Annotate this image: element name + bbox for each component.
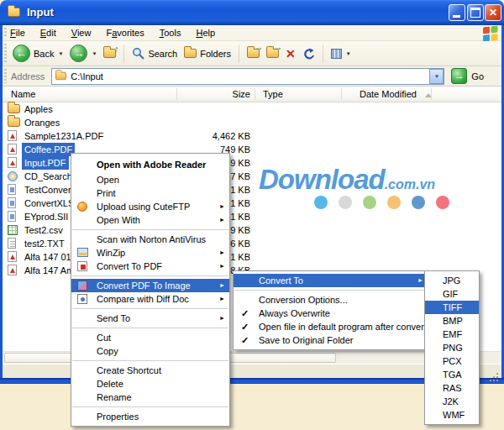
delete-button[interactable]: ✕: [282, 43, 299, 65]
menubar-item-favorites[interactable]: Favorites: [98, 25, 151, 41]
menu-item-winzip[interactable]: WinZip►: [71, 246, 229, 260]
address-folder-icon: [55, 72, 66, 80]
menu-item-cut[interactable]: Cut: [71, 331, 229, 344]
menubar-item-edit[interactable]: Edit: [33, 25, 64, 41]
back-button[interactable]: ← Back ▼: [9, 43, 66, 65]
file-name: Coffee.PDF: [22, 143, 75, 156]
move-to-button[interactable]: ↑: [244, 43, 263, 65]
maximize-button[interactable]: [467, 4, 484, 21]
format-submenu: JPGGIFTIFFBMPEMFPNGPCXTGARASJ2KWMF: [424, 270, 480, 425]
column-header-name[interactable]: Name: [11, 87, 35, 102]
watermark-dot: [387, 196, 401, 209]
column-header-type[interactable]: Type: [263, 87, 283, 102]
menu-item-label: Always Overwrite: [259, 308, 330, 318]
pdf-icon: [8, 265, 17, 275]
menubar-grip[interactable]: [4, 28, 7, 38]
menu-item-label: Convert To PDF: [97, 261, 162, 271]
menu-item-create-shortcut[interactable]: Create Shortcut: [71, 364, 229, 377]
submenu-arrow-icon: ►: [219, 279, 225, 292]
menu-separator: [234, 290, 427, 291]
close-button[interactable]: ✕: [485, 4, 501, 21]
menu-item-label: Upload using CuteFTP: [97, 202, 190, 212]
file-name: Sample1231A.PDF: [22, 129, 106, 143]
watermark: Download.com.vn: [259, 164, 435, 196]
menu-item-send-to[interactable]: Send To►: [71, 312, 229, 325]
menu-item-open[interactable]: Open: [71, 173, 229, 186]
watermark-suffix: .com.vn: [385, 177, 435, 191]
menu-separator: [72, 229, 228, 230]
menu-item-convert-pdf-to-image[interactable]: Convert PDF To Image►: [71, 279, 229, 292]
address-dropdown-button[interactable]: ▼: [429, 69, 444, 84]
menu-item-wmf[interactable]: WMF: [425, 408, 479, 422]
folders-icon: [184, 49, 197, 58]
go-icon[interactable]: →: [451, 68, 467, 84]
menu-item-png[interactable]: PNG: [425, 341, 479, 354]
menu-item-j2k[interactable]: J2K: [425, 395, 479, 408]
menu-item-label: PCX: [443, 356, 462, 366]
column-separator[interactable]: [176, 88, 177, 100]
menubar-item-tools[interactable]: Tools: [152, 25, 189, 41]
column-separator[interactable]: [255, 88, 255, 100]
menu-item-print[interactable]: Print: [71, 186, 229, 200]
file-row[interactable]: Sample1231A.PDF4,462 KB: [3, 129, 501, 143]
up-button[interactable]: ↑: [100, 43, 119, 65]
column-separator[interactable]: [431, 88, 432, 100]
folder-icon: [8, 104, 20, 113]
undo-button[interactable]: [299, 43, 318, 65]
menubar-item-file[interactable]: File: [3, 25, 33, 41]
menu-item-convert-to[interactable]: Convert To►: [234, 274, 428, 287]
menu-item-conversion-options[interactable]: Conversion Options...: [234, 293, 428, 307]
menu-item-gif[interactable]: GIF: [425, 287, 479, 301]
column-header-date-modified[interactable]: Date Modified: [360, 87, 432, 102]
menu-item-ras[interactable]: RAS: [425, 381, 479, 395]
menu-item-rename[interactable]: Rename: [71, 391, 229, 404]
menu-item-tga[interactable]: TGA: [425, 368, 479, 381]
column-header-size[interactable]: Size: [176, 87, 250, 102]
menu-separator: [72, 308, 228, 309]
folders-button[interactable]: Folders: [181, 43, 234, 65]
menu-item-scan-with-norton-antivirus[interactable]: Scan with Norton AntiVirus: [71, 233, 229, 246]
toolbar-separator: [123, 45, 124, 63]
menu-item-bmp[interactable]: BMP: [425, 314, 479, 328]
views-button[interactable]: ▼: [328, 43, 354, 65]
menu-item-always-overwrite[interactable]: ✓Always Overwrite: [234, 307, 428, 320]
menu-item-upload-using-cuteftp[interactable]: Upload using CuteFTP►: [71, 200, 229, 213]
menu-item-compare-with-diff-doc[interactable]: Compare with Diff Doc►: [71, 292, 229, 306]
toolbar-grip[interactable]: [4, 44, 7, 63]
menu-item-save-to-original-folder[interactable]: ✓Save to Original Folder: [234, 333, 428, 347]
menu-item-label: Cut: [97, 333, 111, 343]
menu-item-open-file-in-default-program-after-conversion[interactable]: ✓Open file in default program after conv…: [234, 320, 428, 333]
titlebar[interactable]: Input ✕: [0, 0, 504, 25]
forward-button[interactable]: → ▼: [66, 43, 100, 65]
menu-item-open-with[interactable]: Open With►: [71, 213, 229, 227]
menu-item-label: PNG: [443, 343, 463, 353]
menu-item-pcx[interactable]: PCX: [425, 354, 479, 368]
search-button[interactable]: Search: [129, 43, 181, 65]
minimize-button[interactable]: [449, 4, 465, 21]
addressbar-grip[interactable]: [4, 69, 7, 83]
copy-to-icon: ↑: [266, 49, 279, 58]
menu-item-emf[interactable]: EMF: [425, 328, 479, 341]
menu-item-copy[interactable]: Copy: [71, 344, 229, 358]
move-to-icon: ↑: [247, 49, 260, 58]
resize-grip[interactable]: [496, 373, 498, 375]
search-icon: [132, 47, 144, 60]
menubar-item-help[interactable]: Help: [188, 25, 223, 41]
column-separator[interactable]: [341, 88, 342, 100]
menu-item-label: Properties: [97, 412, 139, 422]
menu-item-label: TGA: [443, 370, 462, 380]
menubar-item-view[interactable]: View: [64, 25, 99, 41]
forward-icon: →: [70, 45, 87, 62]
menu-item-properties[interactable]: Properties: [71, 410, 229, 423]
menu-item-open-with-adobe-reader[interactable]: Open with Adobe Reader: [71, 156, 229, 173]
file-row[interactable]: Apples: [3, 102, 501, 116]
menu-item-delete[interactable]: Delete: [71, 377, 229, 391]
menu-item-tiff[interactable]: TIFF: [425, 301, 479, 314]
file-row[interactable]: Oranges: [3, 116, 501, 129]
menu-separator: [72, 406, 228, 407]
copy-to-button[interactable]: ↑: [263, 43, 282, 65]
address-input[interactable]: [67, 71, 429, 81]
menu-item-jpg[interactable]: JPG: [425, 274, 479, 287]
column-headers: Name Size Type Date Modified: [3, 87, 501, 102]
menu-item-convert-to-pdf[interactable]: Convert To PDF►: [71, 260, 229, 273]
